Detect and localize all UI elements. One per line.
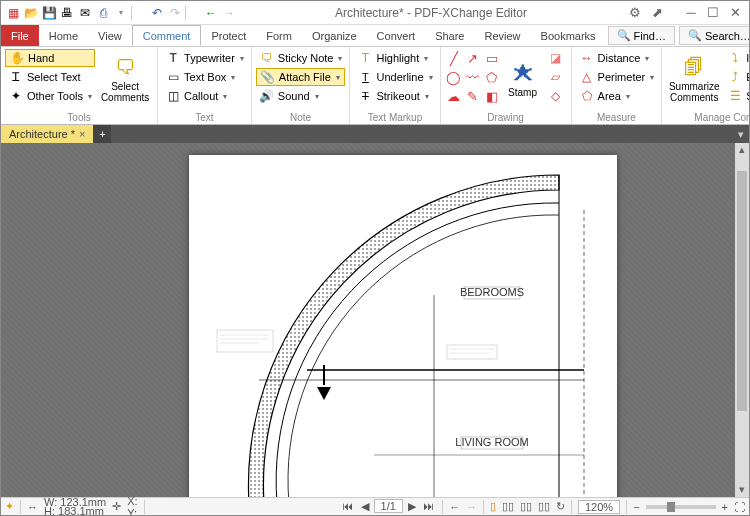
show-comments[interactable]: ☰Show▾ (724, 87, 750, 105)
tab-form[interactable]: Form (256, 25, 302, 46)
zoom-value[interactable]: 120% (578, 500, 620, 514)
callout-icon: ◫ (165, 88, 181, 104)
page-indicator[interactable]: 1/1 (374, 499, 403, 513)
eraser-button[interactable]: ◪ (545, 49, 567, 67)
other-tools-label: Other Tools (27, 90, 83, 102)
tab-review[interactable]: Review (474, 25, 530, 46)
underline-label: Underline (376, 71, 423, 83)
tab-home[interactable]: Home (39, 25, 88, 46)
tab-organize[interactable]: Organize (302, 25, 367, 46)
group-note: 🗨Sticky Note▾ 📎Attach File▾ 🔊Sound▾ Note (252, 47, 351, 124)
undo-icon[interactable]: ↶ (149, 5, 165, 21)
arrow-tool[interactable]: ↗ (464, 49, 482, 67)
vertical-scrollbar[interactable]: ▴ ▾ (735, 143, 749, 497)
last-page-icon[interactable]: ⏭ (421, 500, 436, 512)
cloud-tool[interactable]: ☁ (445, 87, 463, 105)
layout-book-icon[interactable]: ▯▯ (538, 500, 550, 513)
shape-more2-icon: ◇ (548, 88, 564, 104)
prev-icon[interactable]: ← (203, 5, 219, 21)
export-label: Export (746, 71, 750, 83)
polygon-tool[interactable]: ⬠ (483, 68, 501, 86)
attach-file-tool[interactable]: 📎Attach File▾ (256, 68, 346, 86)
underline-tool[interactable]: TUnderline▾ (354, 68, 435, 86)
scrollbar-thumb[interactable] (737, 171, 747, 411)
rect-tool[interactable]: ▭ (483, 49, 501, 67)
document-tab-label: Architecture * (9, 128, 75, 140)
export-comments[interactable]: ⤴Export (724, 68, 750, 86)
options-icon[interactable]: ✦ (5, 500, 14, 513)
rotate-icon[interactable]: ↻ (556, 500, 565, 513)
next-page-icon[interactable]: ▶ (406, 500, 418, 512)
fullscreen-icon[interactable]: ⛶ (734, 501, 745, 513)
launch-icon[interactable]: ⬈ (647, 5, 667, 21)
ui-opt-icon[interactable]: ⚙ (625, 5, 645, 21)
close-tab-icon[interactable]: × (79, 128, 85, 140)
callout-tool[interactable]: ◫Callout▾ (162, 87, 247, 105)
document-canvas[interactable]: BEDROOMS LIVING ROOM ▴ ▾ (1, 143, 749, 497)
scan-icon[interactable]: ⎙ (95, 5, 111, 21)
tab-protect[interactable]: Protect (201, 25, 256, 46)
zoom-slider[interactable] (646, 505, 716, 509)
group-drawing-label: Drawing (445, 111, 567, 124)
shape-more2[interactable]: ◇ (545, 87, 567, 105)
stamp-tool[interactable]: 🟊 Stamp (503, 49, 543, 107)
tab-convert[interactable]: Convert (367, 25, 426, 46)
tab-bookmarks[interactable]: Bookmarks (531, 25, 606, 46)
search-button[interactable]: 🔍Search… (679, 26, 750, 45)
shape-more[interactable]: ▱ (545, 68, 567, 86)
oval-tool[interactable]: ◯ (445, 68, 463, 86)
typewriter-tool[interactable]: ᎢTypewriter▾ (162, 49, 247, 67)
first-page-icon[interactable]: ⏮ (340, 500, 355, 512)
group-manage: 🗐 Summarize Comments ⤵Import ⤴Export ☰Sh… (662, 47, 750, 124)
eraser-tool[interactable]: ◧ (483, 87, 501, 105)
summarize-comments[interactable]: 🗐 Summarize Comments (666, 49, 722, 107)
close-button[interactable]: ✕ (725, 5, 745, 21)
highlight-tool[interactable]: THighlight▾ (354, 49, 435, 67)
line-tool[interactable]: ╱ (445, 49, 463, 67)
polyline-tool[interactable]: 〰 (464, 68, 482, 86)
redo-icon[interactable]: ↷ (167, 5, 183, 21)
prev-page-icon[interactable]: ◀ (359, 500, 371, 512)
tab-view[interactable]: View (88, 25, 132, 46)
doctab-menu[interactable]: ▾ (733, 125, 749, 143)
tab-share[interactable]: Share (425, 25, 474, 46)
attach-file-label: Attach File (279, 71, 331, 83)
textbox-tool[interactable]: ▭Text Box▾ (162, 68, 247, 86)
save-icon[interactable]: 💾 (41, 5, 57, 21)
layout-single-icon[interactable]: ▯ (490, 500, 496, 513)
minimize-button[interactable]: ─ (681, 5, 701, 21)
print-icon[interactable]: 🖶 (59, 5, 75, 21)
group-text-label: Text (162, 111, 247, 124)
mail-icon[interactable]: ✉ (77, 5, 93, 21)
select-text-tool[interactable]: ᏆSelect Text (5, 68, 95, 86)
perimeter-tool[interactable]: △Perimeter▾ (576, 68, 658, 86)
sticky-note-tool[interactable]: 🗨Sticky Note▾ (256, 49, 346, 67)
select-comments-tool[interactable]: 🗨 Select Comments (97, 49, 153, 107)
import-comments[interactable]: ⤵Import (724, 49, 750, 67)
qat-dropdown-icon[interactable]: ▾ (113, 5, 129, 21)
pencil-tool[interactable]: ✎ (464, 87, 482, 105)
layout-facing-icon[interactable]: ▯▯ (520, 500, 532, 513)
other-tools[interactable]: ✦Other Tools▾ (5, 87, 95, 105)
open-icon[interactable]: 📂 (23, 5, 39, 21)
zoom-out-icon[interactable]: − (633, 501, 639, 513)
distance-tool[interactable]: ↔Distance▾ (576, 49, 658, 67)
find-button[interactable]: 🔍Find… (608, 26, 675, 45)
layout-cont-icon[interactable]: ▯▯ (502, 500, 514, 513)
document-tab[interactable]: Architecture * × (1, 125, 93, 143)
next-icon[interactable]: → (221, 5, 237, 21)
area-tool[interactable]: ⬠Area▾ (576, 87, 658, 105)
add-tab-button[interactable]: + (93, 125, 111, 143)
maximize-button[interactable]: ☐ (703, 5, 723, 21)
tab-file[interactable]: File (1, 25, 39, 46)
group-text: ᎢTypewriter▾ ▭Text Box▾ ◫Callout▾ Text (158, 47, 252, 124)
callout-label: Callout (184, 90, 218, 102)
strikeout-tool[interactable]: TStrikeout▾ (354, 87, 435, 105)
sound-tool[interactable]: 🔊Sound▾ (256, 87, 346, 105)
nav-back-icon[interactable]: ← (449, 501, 460, 513)
zoom-in-icon[interactable]: + (722, 501, 728, 513)
perimeter-label: Perimeter (598, 71, 646, 83)
nav-fwd-icon[interactable]: → (466, 501, 477, 513)
tab-comment[interactable]: Comment (132, 25, 202, 46)
hand-tool[interactable]: ✋Hand (5, 49, 95, 67)
